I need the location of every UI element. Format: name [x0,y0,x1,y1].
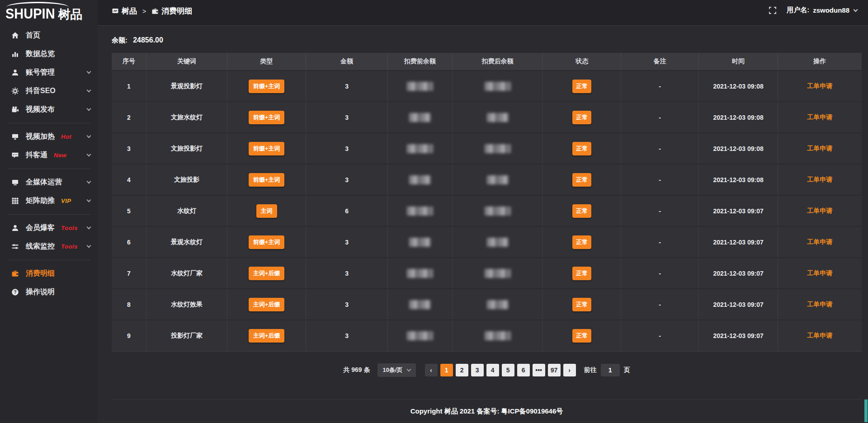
table-row: 9 投影灯厂家 主词+后缀 3 正常 - 2021-12-03 09:07 工单… [112,320,862,351]
masked-balance [407,331,433,340]
balance-value: 24856.00 [133,36,163,44]
cell-type: 主词+后缀 [227,320,306,351]
chevron-down-icon [406,367,411,371]
page-size-select[interactable]: 10条/页 [377,363,416,377]
sidebar-item-lead-monitor[interactable]: 线索监控 Tools [0,237,98,256]
fullscreen-icon[interactable] [769,6,777,14]
ticket-apply-link[interactable]: 工单申请 [807,332,832,339]
col-header-status: 状态 [543,52,621,70]
cell-time: 2021-12-03 09:08 [699,133,778,164]
user-zone: 用户名: zswodun88 [769,6,857,14]
cell-type: 主词+后缀 [227,258,306,289]
col-header-action: 操作 [778,52,862,70]
cell-amount: 3 [306,164,388,195]
cell-keyword: 文旅投影 [146,164,227,195]
sidebar-item-label: 抖音SEO [26,86,56,96]
cell-time: 2021-12-03 09:08 [699,70,778,102]
sidebar-item-account-mgmt[interactable]: 账号管理 [0,63,98,82]
cell-keyword: 文旅水纹灯 [146,102,227,133]
cell-amount: 3 [306,102,388,133]
chevron-down-icon [87,88,91,93]
cell-type: 主词 [227,195,306,226]
next-page-button[interactable]: › [563,364,576,376]
masked-balance [409,238,431,247]
page-button-2[interactable]: 2 [456,364,468,376]
breadcrumb-item-page[interactable]: 消费明细 [151,6,192,16]
ticket-apply-link[interactable]: 工单申请 [807,207,832,214]
cell-time: 2021-12-03 09:07 [699,320,778,351]
page-button-5[interactable]: 5 [502,364,514,376]
sidebar-item-data-overview[interactable]: 数据总览 [0,45,98,63]
page-button-4[interactable]: 4 [486,364,499,376]
page-button-6[interactable]: 6 [517,364,530,376]
goto-page-input[interactable] [601,364,620,376]
cell-action: 工单申请 [778,226,862,258]
cell-action: 工单申请 [778,133,862,164]
sidebar-item-label: 操作说明 [26,287,55,297]
cell-action: 工单申请 [778,258,862,289]
page-button-97[interactable]: 97 [548,364,561,376]
page-ellipsis-button[interactable]: ••• [533,364,545,376]
cell-no: 4 [112,164,146,195]
cell-no: 6 [112,226,146,258]
cell-type: 主词+后缀 [227,289,306,320]
page-button-1[interactable]: 1 [440,364,453,376]
username-value[interactable]: zswodun88 [813,6,849,14]
ticket-apply-link[interactable]: 工单申请 [807,269,832,277]
masked-balance [407,269,433,278]
ticket-apply-link[interactable]: 工单申请 [807,145,832,152]
sidebar-item-label: 抖客通 [26,150,47,160]
sidebar-item-video-publish[interactable]: 视频发布 [0,100,98,119]
pagination: 共 969 条 10条/页 ‹ 1 2 3 4 5 6 ••• 97 › 前往 … [112,363,862,377]
table-header-row: 序号 关键词 类型 金额 扣费前余额 扣费后余额 状态 备注 时间 操作 [112,52,862,70]
sidebar-item-label: 全媒体运营 [26,178,62,187]
cell-remark: - [621,102,699,133]
cell-amount: 3 [306,258,388,289]
app-logo: SHUPIN 树品 [0,0,98,23]
cell-pre-balance [388,258,453,289]
cell-type: 前缀+主词 [227,102,306,133]
col-header-type: 类型 [227,52,306,70]
cell-post-balance [452,320,543,351]
cell-keyword: 投影灯厂家 [146,320,227,351]
sidebar-item-video-heat[interactable]: 视频加热 Hot [0,127,98,146]
cell-status: 正常 [543,320,621,351]
sidebar-item-matrix-boost[interactable]: 矩阵助推 VIP [0,192,98,210]
cell-action: 工单申请 [778,289,862,320]
breadcrumb-item-app[interactable]: 树品 [112,6,137,16]
chevron-down-icon [87,70,91,74]
sidebar-divider [7,169,90,169]
sidebar-item-allmedia-ops[interactable]: 全媒体运营 [0,173,98,192]
bar-chart-icon [11,50,19,58]
masked-balance [409,175,431,184]
scrollbar-thumb[interactable] [864,400,868,422]
sidebar-item-douyin-seo[interactable]: 抖音SEO [0,82,98,100]
cell-status: 正常 [543,195,621,226]
ticket-apply-link[interactable]: 工单申请 [807,301,832,308]
prev-page-button[interactable]: ‹ [425,364,438,376]
cell-keyword: 水纹灯效果 [146,289,227,320]
sidebar-item-member-burst[interactable]: 会员爆客 Tools [0,219,98,237]
cell-post-balance [452,164,543,195]
wallet-icon [151,8,159,15]
logo-text-cn: 树品 [58,9,83,21]
sidebar-item-home[interactable]: 首页 [0,26,98,45]
page-button-3[interactable]: 3 [471,364,484,376]
topbar: 树品 > 消费明细 用户名: zswodun88 [98,0,868,26]
new-badge: New [54,152,66,159]
ticket-apply-link[interactable]: 工单申请 [807,238,832,245]
chevron-down-icon [87,198,91,202]
chevron-down-icon [87,225,91,230]
cell-no: 8 [112,289,146,320]
sidebar-item-consumption-detail[interactable]: 消费明细 [0,264,98,283]
ticket-apply-link[interactable]: 工单申请 [807,82,832,89]
masked-balance [487,113,509,122]
cell-status: 正常 [543,102,621,133]
ticket-apply-link[interactable]: 工单申请 [807,176,832,183]
sidebar-divider [7,214,90,215]
type-badge: 前缀+主词 [249,111,285,124]
sidebar-item-instructions[interactable]: ? 操作说明 [0,283,98,301]
sidebar-item-doketong[interactable]: 抖客通 New [0,146,98,164]
sidebar-divider [7,123,90,123]
ticket-apply-link[interactable]: 工单申请 [807,113,832,121]
